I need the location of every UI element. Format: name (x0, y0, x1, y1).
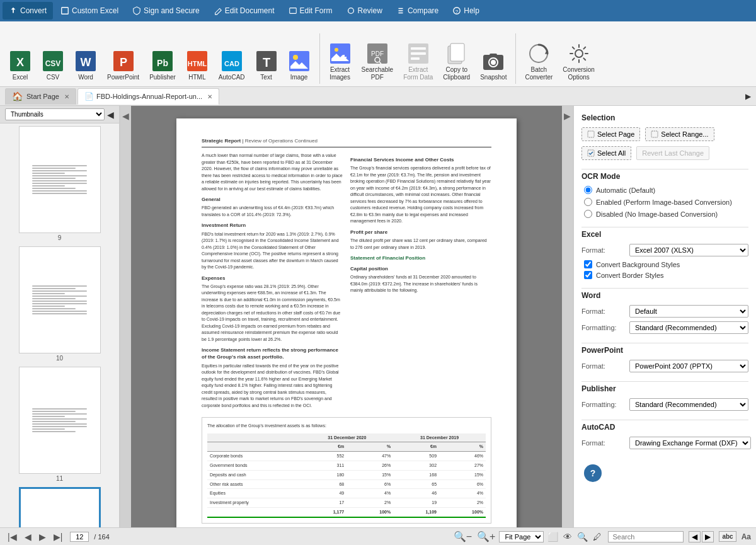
help-button[interactable]: ? (584, 464, 602, 482)
page-view-icon[interactable]: ⬜ (546, 531, 559, 543)
ribbon-btn-batch-converter[interactable]: Batch Converter (521, 40, 556, 84)
menu-edit-form[interactable]: Edit Form (282, 2, 339, 20)
excel-format-row: Format: Excel 2007 (XLSX) (581, 244, 748, 256)
ribbon-btn-image[interactable]: Image (284, 47, 314, 84)
text-select-icon[interactable]: 🖊 (592, 531, 603, 543)
next-page-btn[interactable]: ▶ (37, 531, 49, 543)
main-area: Thumbnails ◀ 9 10 (0, 106, 756, 527)
publisher-icon: Pb (151, 50, 174, 72)
autocad-format-select[interactable]: Drawing Exchange Format (DXF) (629, 437, 751, 449)
excel-format-select[interactable]: Excel 2007 (XLSX) (629, 244, 748, 256)
word-formatting-select[interactable]: Standard (Recommended) (629, 321, 748, 334)
sidebar-collapse-arrow[interactable]: ◀ (120, 106, 131, 527)
thumbnail-sidebar: Thumbnails ◀ 9 10 (0, 106, 120, 527)
sidebar-collapse-btn[interactable]: ◀ (107, 110, 114, 120)
select-page-btn[interactable]: Select Page (581, 127, 640, 141)
search-next-btn[interactable]: ▶ (702, 531, 714, 542)
excel-bg-checkbox-row: Convert Background Styles (581, 260, 748, 268)
ppt-format-select[interactable]: PowerPoint 2007 (PPTX) (629, 360, 748, 372)
ribbon-btn-html[interactable]: HTML HTML (182, 47, 212, 84)
ribbon-btn-copy-clipboard[interactable]: Copy to Clipboard (439, 40, 474, 84)
menu-edit-document[interactable]: Edit Document (207, 2, 281, 20)
tab-overflow-arrow[interactable]: ▶ (745, 92, 751, 101)
thumb-page-11[interactable]: 11 (3, 367, 117, 482)
ribbon-btn-autocad[interactable]: CAD AutoCAD (215, 47, 249, 84)
svg-text:?: ? (455, 9, 459, 14)
select-all-btn[interactable]: Select All (581, 146, 631, 160)
menu-convert[interactable]: Convert (3, 2, 53, 20)
ribbon-btn-searchable-pdf[interactable]: PDF Searchable PDF (358, 40, 398, 84)
excel-bg-checkbox[interactable] (584, 260, 592, 268)
thumb-page-9[interactable]: 9 (3, 126, 117, 241)
eye-icon[interactable]: 👁 (562, 531, 573, 543)
doc-table-area: The allocation of the Group's investment… (202, 417, 491, 524)
copy-clipboard-icon (445, 42, 468, 65)
image-icon (288, 50, 311, 72)
svg-point-24 (335, 48, 338, 52)
svg-text:W: W (81, 56, 91, 69)
snapshot-icon (482, 50, 505, 72)
ribbon-btn-snapshot[interactable]: Snapshot (476, 47, 510, 84)
divider-4 (581, 343, 748, 343)
doc-columns: A much lower than normal number of large… (202, 152, 491, 411)
ocr-disabled-input[interactable] (584, 210, 592, 218)
table-row: Deposits and cash18015%16815% (207, 470, 486, 479)
search-input[interactable] (608, 531, 684, 542)
close-tab-start[interactable]: ✕ (64, 93, 69, 100)
tab-start-page[interactable]: 🏠 Start Page ✕ (5, 88, 76, 105)
doc-col-right: Financial Services Income and Other Cost… (350, 152, 491, 411)
revert-btn[interactable]: Revert Last Change (636, 146, 709, 160)
svg-rect-30 (411, 47, 426, 50)
publisher-section: Publisher Formatting: Standard (Recommen… (581, 384, 748, 411)
extract-form-data-icon (407, 42, 430, 65)
home-icon: 🏠 (12, 91, 23, 101)
prev-page-btn[interactable]: ◀ (22, 531, 34, 543)
tab-fbd-report[interactable]: 📄 FBD-Holdings-Annual-Report-un... ✕ (77, 88, 219, 105)
select-range-btn[interactable]: Select Range... (645, 127, 714, 141)
divider-5 (581, 381, 748, 382)
search-prev-btn[interactable]: ◀ (689, 531, 701, 542)
ribbon-btn-powerpoint[interactable]: P PowerPoint (103, 47, 143, 84)
ribbon-btn-csv[interactable]: CSV CSV (38, 47, 68, 84)
menu-sign-secure[interactable]: Sign and Secure (126, 2, 206, 20)
thumb-page-12[interactable]: 12 (3, 487, 117, 527)
ribbon-btn-conversion-options[interactable]: Conversion Options (559, 40, 598, 84)
zoom-in-btn[interactable]: 🔍+ (476, 531, 496, 542)
current-page-input[interactable] (70, 532, 89, 542)
zoom-select[interactable]: Fit Page 50% 75% 100% 125% 150% 200% (499, 531, 544, 542)
svg-rect-32 (411, 57, 420, 60)
divider-2 (581, 227, 748, 227)
ribbon-btn-word[interactable]: W Word (71, 47, 101, 84)
batch-converter-icon (527, 42, 550, 65)
word-format-select[interactable]: Default (629, 305, 748, 318)
thumbnail-dropdown[interactable]: Thumbnails (5, 108, 105, 120)
ocr-auto-radio: Automatic (Default) (581, 186, 748, 194)
ribbon-btn-extract-images[interactable]: Extract Images (325, 40, 355, 84)
ocr-disabled-radio: Disabled (No Image-based Conversion) (581, 210, 748, 218)
excel-border-checkbox[interactable] (584, 271, 592, 279)
pub-formatting-select[interactable]: Standard (Recommended) (629, 398, 748, 411)
ribbon-btn-text[interactable]: T Text (251, 47, 282, 84)
first-page-btn[interactable]: |◀ (5, 531, 20, 543)
close-tab-fbd[interactable]: ✕ (207, 93, 212, 100)
magnify-icon[interactable]: 🔍 (576, 531, 589, 543)
menu-custom-excel[interactable]: Custom Excel (54, 2, 125, 20)
panel-expand-arrow[interactable]: ▶ (562, 106, 573, 527)
last-page-btn[interactable]: ▶| (51, 531, 66, 543)
zoom-out-btn[interactable]: 🔍− (452, 531, 473, 542)
ribbon-btn-extract-form-data[interactable]: Extract Form Data (399, 40, 437, 84)
svg-text:CSV: CSV (45, 59, 61, 68)
menu-review[interactable]: Review (340, 2, 389, 20)
ocr-auto-input[interactable] (584, 186, 592, 194)
table-total-row: 1,177100%1,109100% (207, 508, 486, 517)
doc-col-left: A much lower than normal number of large… (202, 152, 343, 411)
ribbon-btn-excel[interactable]: X Excel (5, 47, 35, 84)
ribbon-btn-publisher[interactable]: Pb Publisher (146, 47, 180, 84)
menu-compare[interactable]: Compare (390, 2, 445, 20)
svg-point-2 (348, 8, 353, 14)
thumb-page-10[interactable]: 10 (3, 246, 117, 362)
searchable-pdf-icon: PDF (366, 42, 389, 65)
menu-help[interactable]: ? Help (446, 2, 486, 20)
svg-rect-38 (490, 54, 497, 56)
ocr-enabled-input[interactable] (584, 198, 592, 206)
